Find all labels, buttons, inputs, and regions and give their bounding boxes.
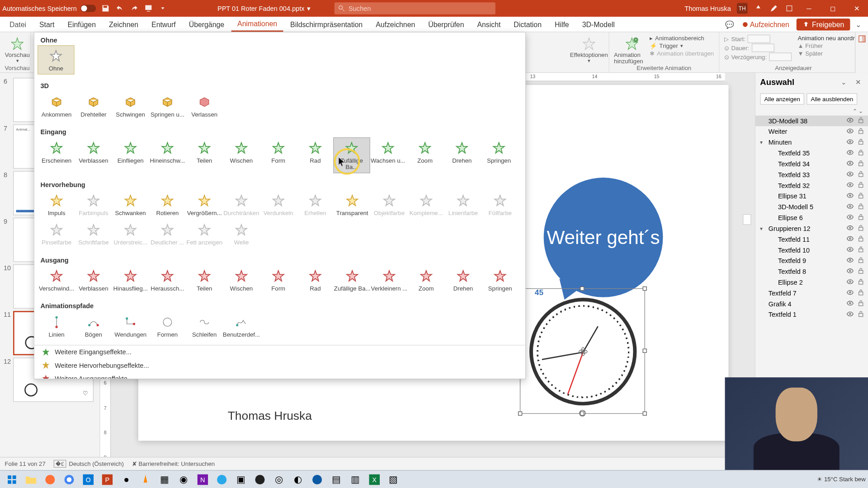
tab-animationen[interactable]: Animationen [231, 17, 283, 32]
visibility-icon[interactable] [847, 203, 855, 211]
effect-eingang-12[interactable]: Springen [481, 138, 518, 173]
move-up-icon[interactable]: ⌃ [853, 108, 858, 114]
more-eingang-effects[interactable]: Weitere Eingangseffekte... [34, 346, 525, 359]
visibility-icon[interactable] [847, 224, 855, 233]
minimize-button[interactable]: ─ [800, 2, 818, 14]
move-down-icon[interactable]: ⌄ [859, 108, 863, 114]
visibility-icon[interactable] [847, 310, 855, 319]
selection-handle[interactable] [518, 412, 522, 416]
visibility-icon[interactable] [847, 138, 855, 147]
selection-handle[interactable] [580, 286, 584, 291]
language-status[interactable]: �દDeutsch (Österreich) [54, 460, 124, 467]
visibility-icon[interactable] [847, 149, 855, 158]
effect-ausgang-7[interactable]: Rad [297, 266, 334, 294]
coming-soon-icon[interactable] [754, 4, 763, 13]
selection-item-12[interactable]: Textfeld 10 [755, 244, 868, 255]
powerpoint-icon[interactable]: P [98, 472, 117, 487]
visibility-icon[interactable] [847, 192, 855, 201]
ribbon-options-icon[interactable]: ⌄ [853, 20, 864, 28]
notepad-icon[interactable]: ▤ [327, 472, 346, 487]
visibility-icon[interactable] [847, 170, 855, 179]
selection-item-10[interactable]: ▾ Gruppieren 12 [755, 223, 868, 234]
selection-item-13[interactable]: Textfeld 9 [755, 255, 868, 266]
effect-ausgang-11[interactable]: Drehen [445, 266, 482, 294]
lock-icon[interactable] [857, 246, 865, 254]
user-avatar[interactable]: TH [737, 3, 748, 14]
outlook-icon[interactable]: O [79, 472, 98, 487]
effect-eingang-0[interactable]: Erscheinen [38, 138, 75, 173]
effect-3d-2[interactable]: Schwingen [112, 92, 149, 120]
tab-uebergaenge[interactable]: Übergänge [183, 18, 231, 31]
visibility-icon[interactable] [847, 117, 855, 125]
effect-eingang-10[interactable]: Zoom [406, 138, 443, 173]
lock-icon[interactable] [857, 289, 865, 297]
aufzeichnen-button[interactable]: Aufzeichnen [738, 18, 794, 30]
effect-ohne[interactable]: Ohne [38, 46, 75, 75]
effect-eingang-2[interactable]: Einfliegen [112, 138, 149, 173]
effect-pfad-5[interactable]: Benutzerdef... [223, 312, 260, 340]
expand-icon[interactable]: ▾ [760, 225, 766, 231]
preview-button[interactable]: Vorschau ▾ [5, 33, 30, 63]
expand-icon[interactable]: ▾ [760, 139, 766, 145]
accessibility-status[interactable]: ✘ Barrierefreiheit: Untersuchen [132, 460, 215, 467]
effect-ausgang-2[interactable]: Hinausflieg... [112, 266, 149, 294]
lock-icon[interactable] [857, 170, 865, 179]
selection-item-3[interactable]: Textfeld 35 [755, 148, 868, 159]
selection-item-2[interactable]: ▾ Minuten [755, 137, 868, 148]
tab-hilfe[interactable]: Hilfe [549, 18, 575, 31]
add-animation-button[interactable]: + Animation hinzufügen [614, 33, 650, 65]
chrome-icon[interactable] [60, 472, 79, 487]
effect-3d-1[interactable]: Drehteller [75, 92, 112, 120]
more-hervor-effects[interactable]: Weitere Hervorhebungseffekte... [34, 359, 525, 372]
visibility-icon[interactable] [847, 160, 855, 168]
freigeben-button[interactable]: Freigeben [797, 18, 850, 30]
tab-bildschirm[interactable]: Bildschirmpräsentation [284, 18, 368, 31]
show-all-button[interactable]: Alle anzeigen [760, 93, 804, 104]
effect-eingang-9[interactable]: Wachsen u... [370, 138, 407, 173]
trigger-button[interactable]: ⚡Trigger▾ [650, 42, 714, 49]
pane-dropdown-icon[interactable]: ⌄ [838, 76, 849, 87]
effect-eingang-6[interactable]: Form [260, 138, 297, 173]
lock-icon[interactable] [857, 138, 865, 147]
hide-all-button[interactable]: Alle ausblenden [807, 93, 857, 104]
vlc-icon[interactable] [136, 472, 155, 487]
pen-icon[interactable] [769, 4, 778, 13]
app-icon[interactable]: ◐ [288, 472, 307, 487]
effect-options-button[interactable]: Effektoptionen ▾ [571, 33, 607, 63]
effect-hervor-8[interactable]: Transparent [334, 191, 371, 219]
pane-close-icon[interactable]: ✕ [853, 76, 863, 87]
selection-item-9[interactable]: Ellipse 6 [755, 212, 868, 223]
slide-counter[interactable]: Folie 11 von 27 [5, 460, 46, 467]
clock-3d-model[interactable] [529, 298, 637, 405]
effect-eingang-4[interactable]: Teilen [186, 138, 223, 173]
selection-item-17[interactable]: Grafik 4 [755, 298, 868, 309]
save-icon[interactable] [101, 4, 110, 13]
effect-ausgang-5[interactable]: Wischen [223, 266, 260, 294]
tab-entwurf[interactable]: Entwurf [146, 18, 182, 31]
search-input[interactable] [349, 5, 491, 12]
tab-ansicht[interactable]: Ansicht [471, 18, 506, 31]
selection-item-4[interactable]: Textfeld 34 [755, 159, 868, 169]
app-icon[interactable]: ◎ [269, 472, 288, 487]
app-icon[interactable]: ▧ [384, 472, 403, 487]
tab-einfuegen[interactable]: Einfügen [61, 18, 102, 31]
tab-zeichnen[interactable]: Zeichnen [103, 18, 144, 31]
delay-row[interactable]: ⊙Verzögerung: [724, 52, 792, 61]
lock-icon[interactable] [857, 267, 865, 276]
visibility-icon[interactable] [847, 127, 855, 136]
duration-input[interactable] [751, 44, 774, 52]
selection-pane-toggle[interactable] [855, 32, 868, 73]
effect-3d-3[interactable]: Springen u... [149, 92, 186, 120]
undo-icon[interactable] [115, 4, 124, 13]
qat-customize-icon[interactable] [172, 4, 182, 13]
lock-icon[interactable] [857, 192, 865, 201]
selection-item-8[interactable]: 3D-Modell 5 [755, 202, 868, 212]
visibility-icon[interactable] [847, 289, 855, 297]
visibility-icon[interactable] [847, 300, 855, 308]
touch-mode-icon[interactable] [158, 4, 167, 13]
effect-3d-4[interactable]: Verlassen [186, 92, 223, 120]
selection-item-6[interactable]: Textfeld 32 [755, 180, 868, 191]
lock-icon[interactable] [857, 224, 865, 233]
onenote-icon[interactable]: N [193, 472, 212, 487]
lock-icon[interactable] [857, 181, 865, 190]
